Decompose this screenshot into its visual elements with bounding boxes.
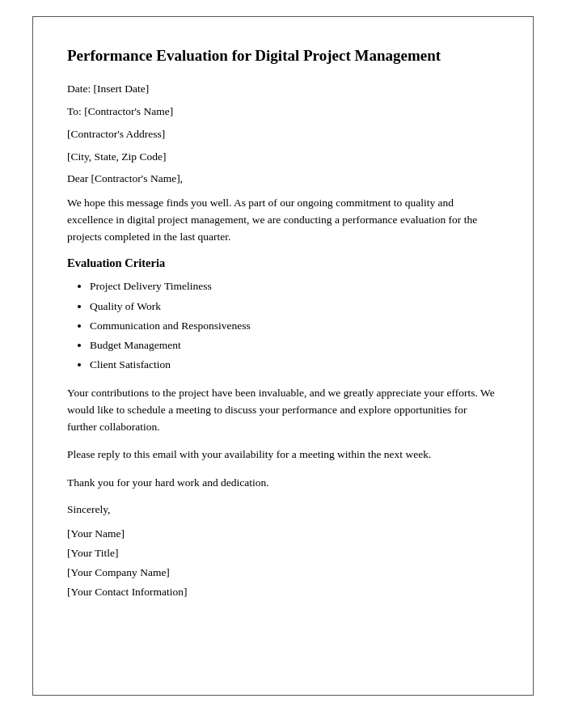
signature-company: [Your Company Name] — [67, 566, 499, 579]
document: Performance Evaluation for Digital Proje… — [32, 16, 534, 696]
criteria-item-4: Budget Management — [90, 337, 499, 353]
criteria-item-5: Client Satisfaction — [90, 357, 499, 373]
document-title: Performance Evaluation for Digital Proje… — [67, 46, 499, 66]
address-field: [Contractor's Address] — [67, 126, 499, 142]
signature-title: [Your Title] — [67, 547, 499, 560]
evaluation-heading: Evaluation Criteria — [67, 256, 499, 270]
body-paragraph-2: Please reply to this email with your ava… — [67, 447, 499, 463]
closing: Sincerely, — [67, 503, 499, 516]
page-wrapper: Performance Evaluation for Digital Proje… — [0, 0, 566, 728]
criteria-list: Project Delivery Timeliness Quality of W… — [67, 278, 499, 373]
city-field: [City, State, Zip Code] — [67, 149, 499, 165]
to-field: To: [Contractor's Name] — [67, 104, 499, 120]
criteria-item-2: Quality of Work — [90, 298, 499, 315]
signature-name: [Your Name] — [67, 527, 499, 540]
date-field: Date: [Insert Date] — [67, 81, 499, 97]
signature-contact: [Your Contact Information] — [67, 586, 499, 599]
criteria-item-3: Communication and Responsiveness — [90, 318, 499, 334]
intro-paragraph: We hope this message finds you well. As … — [67, 195, 499, 246]
salutation: Dear [Contractor's Name], — [67, 172, 499, 185]
criteria-item-1: Project Delivery Timeliness — [90, 278, 499, 294]
body-paragraph-3: Thank you for your hard work and dedicat… — [67, 475, 499, 492]
body-paragraph-1: Your contributions to the project have b… — [67, 385, 499, 436]
